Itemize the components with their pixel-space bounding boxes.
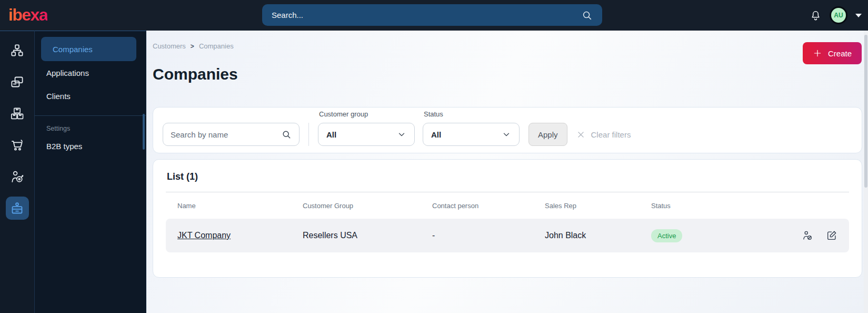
sidebar-item-label: B2B types — [46, 142, 82, 151]
target-user-icon — [10, 170, 24, 184]
status-badge: Active — [651, 229, 682, 242]
sidebar-item-companies[interactable]: Companies — [41, 37, 136, 61]
column-header-customer-group: Customer Group — [303, 202, 432, 210]
rail-item-content-tree[interactable] — [6, 38, 29, 62]
column-header-contact-person: Contact person — [432, 202, 545, 210]
cart-icon — [10, 138, 24, 152]
cell-sales-rep: John Black — [545, 231, 651, 240]
topbar: ibexa AU — [0, 0, 868, 31]
org-chart-icon — [10, 43, 24, 57]
company-name-link[interactable]: JKT Company — [177, 231, 231, 240]
sidebar-item-label: Applications — [46, 69, 89, 77]
sidebar-scrollbar-thumb[interactable] — [143, 114, 145, 150]
create-button-label: Create — [828, 49, 852, 58]
status-select[interactable]: All — [423, 123, 520, 146]
table-header-row: Name Customer Group Contact person Sales… — [166, 192, 849, 219]
page-title: Companies — [153, 65, 238, 83]
breadcrumb-current: Companies — [199, 42, 234, 50]
search-icon[interactable] — [581, 9, 593, 21]
chevron-down-icon — [502, 130, 511, 139]
edit-icon[interactable] — [826, 230, 837, 241]
sidebar-section-settings: Settings — [35, 116, 146, 134]
customer-group-label: Customer group — [319, 110, 415, 118]
customer-group-filter: Customer group All — [318, 110, 415, 146]
status-filter: Status All — [423, 110, 520, 146]
column-header-sales-rep: Sales Rep — [545, 202, 651, 210]
rail-item-customers[interactable] — [6, 197, 29, 220]
breadcrumb-separator: > — [191, 43, 194, 50]
status-label: Status — [424, 110, 520, 118]
sidebar-item-label: Companies — [53, 45, 93, 54]
customer-group-value: All — [326, 130, 336, 139]
notifications-bell-icon[interactable] — [810, 9, 822, 22]
list-title: List (1) — [167, 171, 849, 182]
breadcrumb-customers[interactable]: Customers — [153, 42, 186, 50]
page-scrollbar[interactable] — [864, 31, 868, 313]
name-search-field[interactable] — [163, 123, 300, 146]
boxes-icon — [10, 106, 24, 121]
filters-panel: Customer group All Status All Apply — [153, 107, 862, 153]
plus-icon — [813, 48, 822, 58]
pages-icon — [10, 75, 24, 89]
rail-item-marketing[interactable] — [6, 165, 29, 188]
x-icon — [576, 130, 585, 139]
ibexa-logo[interactable]: ibexa — [8, 5, 47, 25]
table-row: JKT Company Resellers USA - John Black A… — [166, 219, 849, 252]
create-button[interactable]: Create — [803, 42, 862, 64]
apply-button[interactable]: Apply — [528, 123, 567, 146]
rail-item-products[interactable] — [6, 102, 29, 125]
breadcrumb: Customers > Companies — [153, 42, 234, 50]
clear-filters-button[interactable]: Clear filters — [576, 123, 631, 146]
rail-item-pages[interactable] — [6, 70, 29, 93]
deactivate-user-icon[interactable] — [802, 230, 813, 241]
clear-filters-label: Clear filters — [591, 130, 631, 139]
sidebar-item-b2b-types[interactable]: B2B types — [35, 134, 146, 158]
filters-divider — [308, 123, 309, 146]
list-panel: List (1) Name Customer Group Contact per… — [153, 159, 862, 278]
global-search[interactable] — [262, 4, 602, 26]
sidebar-item-label: Clients — [46, 92, 71, 101]
user-menu-chevron-icon[interactable] — [855, 14, 862, 17]
global-search-input[interactable] — [272, 11, 581, 19]
chevron-down-icon — [397, 130, 406, 139]
column-header-name: Name — [166, 202, 303, 210]
sidebar-item-applications[interactable]: Applications — [35, 61, 146, 84]
search-icon[interactable] — [281, 129, 292, 140]
app-rail — [0, 31, 35, 313]
topbar-actions: AU — [810, 0, 862, 31]
secondary-sidebar: Companies Applications Clients Settings … — [35, 31, 146, 313]
name-search-input[interactable] — [171, 130, 277, 139]
page-scrollbar-thumb[interactable] — [864, 35, 867, 188]
cell-customer-group: Resellers USA — [303, 231, 432, 240]
id-badge-icon — [10, 201, 24, 216]
column-header-status: Status — [651, 202, 746, 210]
customer-group-select[interactable]: All — [318, 123, 415, 146]
sidebar-item-clients[interactable]: Clients — [35, 84, 146, 107]
rail-item-commerce[interactable] — [6, 133, 29, 156]
status-value: All — [431, 130, 441, 139]
cell-contact-person: - — [432, 231, 545, 240]
main-content: Customers > Companies Create Companies C… — [146, 31, 868, 313]
user-avatar[interactable]: AU — [830, 6, 847, 24]
